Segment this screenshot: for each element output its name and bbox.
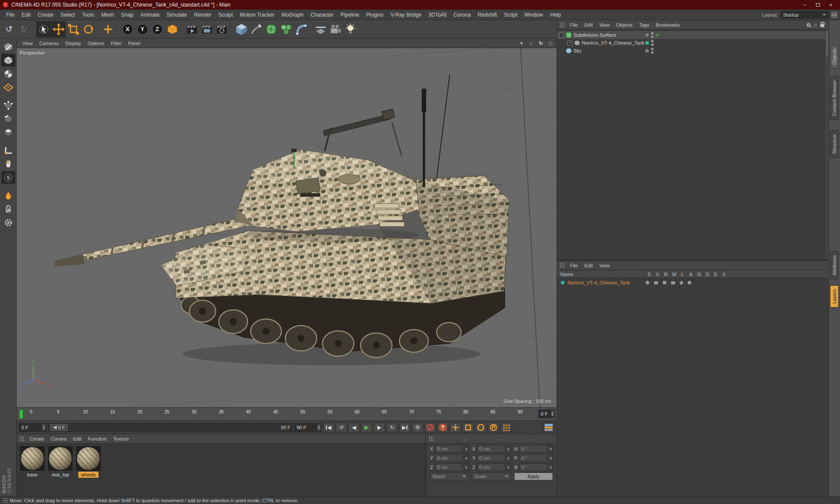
keyframe-rotation-toggle[interactable] — [475, 423, 486, 432]
viewport-pan-icon[interactable]: + — [518, 40, 525, 47]
view-toggle-icon[interactable] — [654, 281, 658, 284]
size-x-field[interactable]: X0 cm — [472, 445, 511, 453]
panel-grip-icon[interactable] — [19, 436, 24, 441]
rotation-h-field[interactable]: H0 ° — [514, 445, 553, 453]
object-tree-scrollbar[interactable] — [826, 30, 829, 259]
material-thumbnail[interactable] — [20, 446, 45, 471]
visibility-dots[interactable] — [651, 48, 654, 54]
keyframe-button[interactable] — [412, 423, 423, 432]
make-editable-button[interactable] — [1, 40, 15, 53]
material-menu-function[interactable]: Function — [85, 435, 109, 443]
render-view-button[interactable] — [185, 21, 199, 37]
collapse-icon[interactable]: − — [559, 33, 564, 38]
material-item[interactable]: mat_top — [48, 446, 73, 478]
enable-axis-button[interactable] — [1, 144, 15, 157]
layer-menu-edit[interactable]: Edit — [581, 262, 596, 270]
size-z-spinner[interactable] — [507, 463, 511, 471]
keyframe-scale-toggle[interactable] — [462, 423, 474, 432]
close-button[interactable]: × — [824, 0, 837, 9]
material-thumbnail[interactable] — [76, 446, 101, 471]
goto-end-button[interactable]: ▶ — [399, 423, 410, 432]
render-settings-button[interactable] — [214, 21, 229, 37]
range-slider-handle[interactable]: ◀0 F — [50, 424, 68, 431]
rotation-p-value[interactable]: 0 ° — [519, 454, 547, 462]
rotation-b-value[interactable]: 0 ° — [519, 463, 547, 471]
viewport-menu-view[interactable]: View — [19, 39, 36, 47]
layer-color-chip[interactable] — [560, 280, 565, 285]
object-row-norinco-tank[interactable]: + Norinco_VT-4_Chinese_Tank — [557, 39, 829, 47]
viewport-menu-options[interactable]: Options — [84, 39, 107, 47]
object-menu-objects[interactable]: Objects — [613, 21, 635, 29]
workplane-mode-button[interactable] — [1, 81, 15, 94]
menu-item-window[interactable]: Window — [521, 10, 547, 20]
viewport-orbit-icon[interactable]: ↻ — [537, 40, 544, 47]
redo-button[interactable]: ↻ — [17, 21, 31, 37]
rotation-h-value[interactable]: 0 ° — [519, 445, 547, 453]
size-y-spinner[interactable] — [507, 454, 511, 462]
menu-item-edit[interactable]: Edit — [18, 10, 34, 20]
menu-item-simulate[interactable]: Simulate — [163, 10, 191, 20]
next-frame-button[interactable]: ▶ — [374, 423, 385, 432]
layer-menu-view[interactable]: View — [596, 262, 613, 270]
snap-settings-button[interactable]: S — [1, 171, 15, 184]
rotate-tool-button[interactable] — [81, 21, 95, 37]
menu-item-snap[interactable]: Snap — [118, 10, 137, 20]
menu-item-mograph[interactable]: MoGraph — [278, 10, 307, 20]
menu-item-render[interactable]: Render — [191, 10, 215, 20]
material-tag-icon[interactable] — [645, 49, 649, 53]
next-key-button[interactable]: ↻ — [386, 423, 398, 432]
layer-col-animation[interactable]: A — [686, 272, 695, 277]
render-picture-viewer-button[interactable] — [200, 21, 214, 37]
end-frame-field[interactable]: 90 F — [294, 423, 317, 432]
add-cube-button[interactable] — [234, 21, 248, 37]
viewport-3d-scene[interactable]: Y X Z — [17, 48, 556, 407]
object-name[interactable]: Sky — [574, 48, 581, 53]
texture-tag-icon[interactable] — [645, 33, 649, 37]
position-x-spinner[interactable] — [464, 445, 469, 453]
menu-item-pipeline[interactable]: Pipeline — [337, 10, 363, 20]
minimize-button[interactable]: − — [798, 0, 811, 9]
menu-item-select[interactable]: Select — [57, 10, 78, 20]
current-frame-field[interactable]: 0 F — [19, 423, 42, 432]
material-thumbnail[interactable] — [48, 446, 73, 471]
viewport-menu-filter[interactable]: Filter — [108, 39, 124, 47]
coordinate-system-button[interactable] — [165, 21, 179, 37]
object-name[interactable]: Norinco_VT-4_Chinese_Tank — [582, 40, 644, 46]
mograph-cloner-button[interactable] — [279, 21, 293, 37]
menu-item-script[interactable]: Script — [500, 10, 521, 20]
layer-color-chip[interactable] — [645, 41, 649, 45]
layer-col-generators[interactable]: G — [695, 272, 703, 277]
snapping-toggle-button[interactable] — [1, 216, 15, 229]
rotation-p-field[interactable]: P0 ° — [514, 454, 553, 462]
material-menu-create[interactable]: Create — [27, 435, 47, 443]
menu-item-character[interactable]: Character — [307, 10, 337, 20]
keyframe-position-toggle[interactable] — [450, 423, 461, 432]
texture-mode-button[interactable] — [1, 67, 15, 80]
viewport-solo-button[interactable] — [1, 158, 15, 170]
prev-frame-button[interactable]: ◀ — [348, 423, 360, 432]
menu-item-create[interactable]: Create — [34, 10, 57, 20]
panel-grip-icon[interactable] — [429, 436, 434, 441]
menu-item-mesh[interactable]: Mesh — [98, 10, 117, 20]
solo-toggle-icon[interactable] — [646, 281, 649, 284]
paint-tool-button[interactable] — [1, 189, 15, 202]
goto-start-button[interactable]: ◀ — [323, 423, 334, 432]
size-x-spinner[interactable] — [507, 445, 511, 453]
y-axis-lock-button[interactable]: Y — [135, 21, 150, 37]
home-icon[interactable]: ⌂ — [814, 22, 817, 28]
keyframe-pla-toggle[interactable] — [500, 423, 512, 432]
edges-mode-button[interactable] — [1, 112, 15, 125]
object-menu-tags[interactable]: Tags — [636, 21, 652, 29]
layer-col-solo[interactable]: S — [645, 272, 653, 277]
x-axis-lock-button[interactable]: X — [120, 21, 135, 37]
expand-icon[interactable]: + — [567, 41, 572, 46]
model-mode-button[interactable] — [1, 54, 15, 66]
position-y-field[interactable]: Y0 cm — [430, 454, 469, 462]
position-z-value[interactable]: 0 cm — [435, 463, 463, 471]
last-tool-button[interactable] — [101, 21, 115, 37]
menu-item-corona[interactable]: Corona — [450, 10, 474, 20]
layer-name[interactable]: Norinco_VT-4_Chinese_Tank — [567, 280, 630, 285]
position-y-spinner[interactable] — [464, 454, 469, 462]
layer-col-expressions[interactable]: E — [711, 272, 720, 277]
prev-key-button[interactable]: ↺ — [336, 423, 347, 432]
